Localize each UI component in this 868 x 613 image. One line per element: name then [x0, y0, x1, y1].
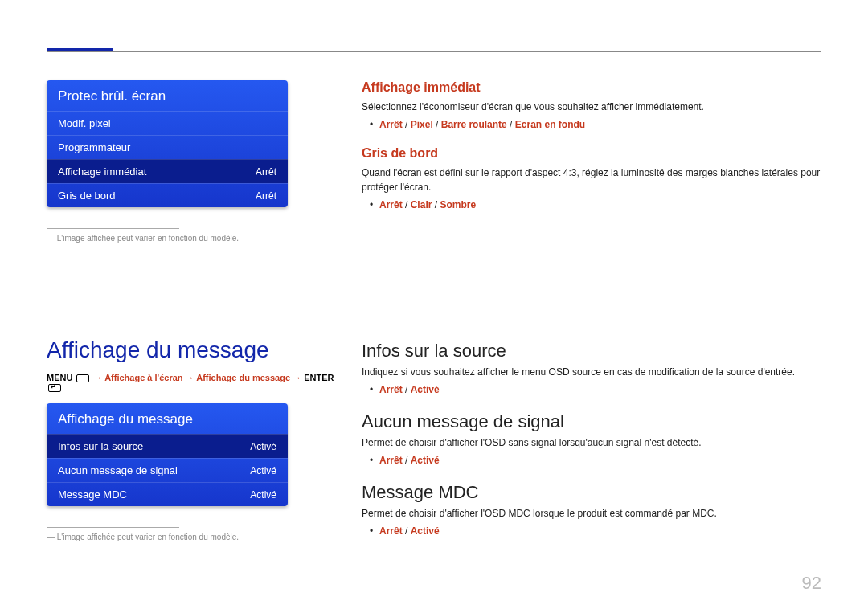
section-title-affichage-message: Affichage du message [47, 337, 336, 363]
menu-row-label: Gris de bord [58, 190, 116, 202]
heading-gris-de-bord: Gris de bord [362, 146, 821, 161]
options-affichage-immediat: Arrêt / Pixel / Barre roulante / Ecran e… [362, 119, 821, 130]
desc-infos-source: Indiquez si vous souhaitez afficher le m… [362, 365, 821, 379]
options-message-mdc: Arrêt / Activé [362, 525, 821, 537]
page-number: 92 [802, 573, 821, 594]
menu-title: Protec brûl. écran [47, 80, 288, 111]
heading-aucun-signal: Aucun message de signal [362, 411, 821, 432]
menu-row-value: Activé [250, 489, 276, 501]
footnote-rule [47, 527, 179, 528]
menu-row-modif-pixel[interactable]: Modif. pixel [47, 111, 288, 135]
menu-panel-affichage-message: Affichage du message Infos sur la source… [47, 403, 288, 506]
menu-row-aucun-signal[interactable]: Aucun message de signal Activé [47, 458, 288, 482]
desc-affichage-immediat: Sélectionnez l'économiseur d'écran que v… [362, 100, 821, 114]
menu-row-label: Affichage immédiat [58, 166, 146, 178]
footnote-text: L'image affichée peut varier en fonction… [47, 533, 336, 541]
desc-message-mdc: Permet de choisir d'afficher l'OSD MDC l… [362, 506, 821, 521]
breadcrumb: MENU → Affichage à l'écran → Affichage d… [47, 373, 336, 392]
menu-row-message-mdc[interactable]: Message MDC Activé [47, 482, 288, 506]
options-gris-de-bord: Arrêt / Clair / Sombre [362, 199, 821, 210]
menu-row-value: Activé [250, 441, 276, 452]
footnote-text: L'image affichée peut varier en fonction… [47, 234, 336, 243]
menu-row-label: Aucun message de signal [58, 464, 178, 476]
menu-row-label: Infos sur la source [58, 440, 143, 452]
menu-row-infos-source[interactable]: Infos sur la source Activé [47, 434, 288, 458]
menu-row-label: Modif. pixel [58, 117, 111, 129]
menu-row-value: Arrêt [256, 166, 276, 178]
menu-title: Affichage du message [47, 403, 288, 434]
menu-row-gris-de-bord[interactable]: Gris de bord Arrêt [47, 183, 288, 207]
menu-panel-protec: Protec brûl. écran Modif. pixel Programm… [47, 80, 288, 207]
menu-row-label: Message MDC [58, 488, 127, 501]
footnote-rule [47, 228, 179, 229]
options-infos-source: Arrêt / Activé [362, 384, 821, 395]
menu-icon [76, 374, 89, 382]
options-aucun-signal: Arrêt / Activé [362, 455, 821, 466]
menu-row-value: Arrêt [256, 190, 276, 202]
heading-infos-source: Infos sur la source [362, 341, 821, 362]
menu-row-programmateur[interactable]: Programmateur [47, 135, 288, 159]
heading-affichage-immediat: Affichage immédiat [362, 80, 821, 95]
header-rule [47, 51, 821, 52]
menu-row-affichage-immediat[interactable]: Affichage immédiat Arrêt [47, 159, 288, 183]
desc-gris-de-bord: Quand l'écran est défini sur le rapport … [362, 166, 821, 194]
desc-aucun-signal: Permet de choisir d'afficher l'OSD sans … [362, 435, 821, 450]
menu-row-value: Activé [250, 465, 276, 476]
enter-icon [48, 384, 61, 392]
menu-row-label: Programmateur [58, 141, 130, 153]
heading-message-mdc: Message MDC [362, 482, 821, 503]
